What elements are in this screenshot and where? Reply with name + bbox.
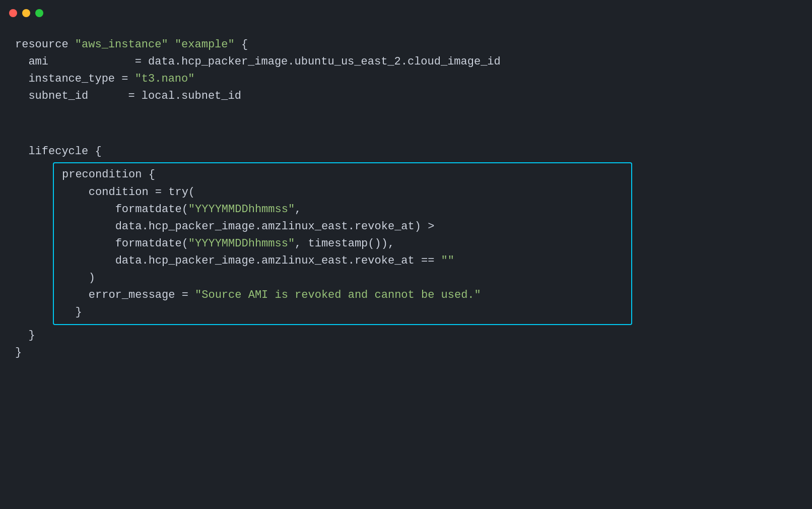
precondition-line-9: } [62, 304, 623, 321]
precondition-line-1: precondition { [62, 166, 623, 183]
code-line-3: instance_type = "t3.nano" [15, 71, 797, 88]
highlight-box: precondition { condition = try( formatda… [53, 162, 632, 325]
precondition-line-8: error_message = "Source AMI is revoked a… [62, 287, 623, 304]
precondition-line-3: formatdate("YYYYMMDDhhmmss", [62, 201, 623, 218]
code-line-4: subnet_id = local.subnet_id [15, 88, 797, 105]
precondition-line-7: ) [62, 270, 623, 287]
precondition-line-5: formatdate("YYYYMMDDhhmmss", timestamp()… [62, 235, 623, 252]
code-line-lifecycle: lifecycle { [15, 143, 797, 160]
close-button[interactable] [9, 9, 17, 17]
code-line-2: ami = data.hcp_packer_image.ubuntu_us_ea… [15, 53, 797, 71]
precondition-line-4: data.hcp_packer_image.amzlinux_east.revo… [62, 218, 623, 235]
precondition-line-2: condition = try( [62, 184, 623, 201]
code-line-close-resource: } [15, 344, 797, 361]
code-area: resource "aws_instance" "example" { ami … [0, 26, 812, 372]
code-line-close-lifecycle: } [15, 327, 797, 344]
maximize-button[interactable] [35, 9, 43, 17]
code-line-1: resource "aws_instance" "example" { [15, 36, 797, 53]
window: resource "aws_instance" "example" { ami … [0, 0, 812, 372]
title-bar [0, 0, 812, 26]
precondition-line-6: data.hcp_packer_image.amzlinux_east.revo… [62, 252, 623, 270]
minimize-button[interactable] [22, 9, 30, 17]
